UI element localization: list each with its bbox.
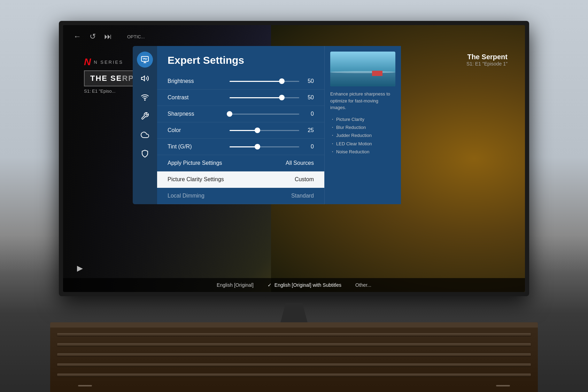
- show-episode-top: S1: E1 "Episode 1": [466, 61, 508, 67]
- cabinet-handle-right: [496, 385, 510, 386]
- cabinet-slat-4: [57, 363, 531, 366]
- subtitle-option-3[interactable]: Other...: [355, 282, 371, 288]
- cabinet-slat-2: [57, 343, 531, 346]
- netflix-series-label: N SERIES: [94, 60, 123, 65]
- sidebar-item-shield[interactable]: [137, 146, 153, 162]
- contrast-label: Contrast: [168, 94, 188, 101]
- contrast-slider-track[interactable]: [230, 97, 299, 98]
- apply-picture-settings[interactable]: Apply Picture Settings All Sources: [157, 155, 324, 171]
- brightness-slider-track[interactable]: [230, 81, 299, 82]
- preview-ship: [372, 71, 382, 76]
- sidebar-item-cloud[interactable]: [137, 127, 153, 143]
- tint-slider-fill: [230, 146, 257, 147]
- subtitle-bar: English [Original] ✓ English [Original] …: [63, 278, 525, 292]
- sidebar-item-tools[interactable]: [137, 108, 153, 124]
- tint-slider-thumb[interactable]: [255, 144, 260, 149]
- sharpness-label: Sharpness: [168, 111, 194, 117]
- sidebar-item-sound[interactable]: [137, 70, 153, 86]
- skip-button[interactable]: ⏭: [104, 32, 112, 41]
- sharpness-slider-track[interactable]: [230, 114, 299, 115]
- options-label: OPTIC...: [127, 34, 145, 39]
- playback-controls: ← ↺ ⏭ OPTIC...: [74, 32, 145, 41]
- settings-title: Expert Settings: [157, 46, 324, 73]
- local-dimming-label: Local Dimming: [168, 193, 204, 199]
- tint-value: 0: [303, 144, 314, 150]
- cabinet-slat-3: [57, 353, 531, 356]
- brightness-slider-thumb[interactable]: [279, 78, 285, 84]
- color-slider-container: 25: [181, 127, 314, 133]
- cabinet-slat-5: [57, 374, 531, 376]
- picture-clarity-value: Custom: [295, 176, 314, 183]
- sharpness-slider-container: 0: [194, 111, 314, 117]
- picture-clarity-settings[interactable]: Picture Clarity Settings Custom: [157, 171, 324, 188]
- info-preview-image: [330, 52, 395, 86]
- tv-cabinet: [50, 322, 538, 392]
- contrast-setting[interactable]: Contrast 50: [157, 90, 324, 106]
- cabinet-handles: [57, 385, 531, 386]
- color-slider-track[interactable]: [230, 130, 299, 131]
- local-dimming-value: Standard: [291, 193, 314, 199]
- color-setting[interactable]: Color 25: [157, 122, 324, 139]
- tint-slider-container: 0: [192, 144, 314, 150]
- info-description: Enhance picture sharpness to optimize fo…: [330, 91, 395, 111]
- brightness-slider-fill: [230, 81, 282, 82]
- feature-item-5: ・Noise Reduction: [330, 148, 395, 156]
- feature-item-4: ・LED Clear Motion: [330, 140, 395, 148]
- cabinet-top: [50, 322, 538, 328]
- color-value: 25: [303, 127, 314, 133]
- preview-water: [330, 72, 395, 86]
- color-slider-thumb[interactable]: [255, 128, 260, 133]
- sharpness-setting[interactable]: Sharpness 0: [157, 106, 324, 122]
- svg-point-2: [145, 100, 145, 100]
- subtitle-option-2-text: English [Original] with Subtitles: [274, 282, 341, 288]
- tint-label: Tint (G/R): [168, 144, 192, 150]
- brightness-slider-container: 50: [194, 78, 314, 84]
- tint-slider-track[interactable]: [230, 146, 299, 147]
- preview-wave: [330, 71, 395, 73]
- contrast-slider-thumb[interactable]: [279, 95, 285, 100]
- tint-setting[interactable]: Tint (G/R) 0: [157, 139, 324, 155]
- sidebar-item-picture[interactable]: [137, 52, 153, 68]
- contrast-slider-fill: [230, 97, 282, 98]
- show-info-top-right: The Serpent S1: E1 "Episode 1": [466, 53, 508, 67]
- room-background: N N SERIES THE SERPENT S1: E1 "Episo... …: [0, 0, 588, 392]
- play-button[interactable]: ▶: [77, 264, 83, 273]
- settings-main-panel: Expert Settings Brightness 50: [157, 46, 324, 204]
- picture-clarity-label: Picture Clarity Settings: [168, 176, 224, 183]
- settings-list: Brightness 50 Contrast: [157, 73, 324, 204]
- subtitle-option-2[interactable]: ✓ English [Original] with Subtitles: [268, 282, 341, 288]
- feature-item-1: ・Picture Clarity: [330, 115, 395, 123]
- brightness-label: Brightness: [168, 78, 194, 84]
- local-dimming-setting[interactable]: Local Dimming Standard: [157, 188, 324, 204]
- cabinet-slats: [50, 328, 538, 392]
- netflix-n-icon: N: [84, 56, 91, 68]
- back-button[interactable]: ←: [74, 32, 81, 41]
- subtitle-option-1[interactable]: English [Original]: [217, 282, 254, 288]
- cabinet-slat-1: [57, 333, 531, 336]
- subtitle-check-icon: ✓: [268, 282, 272, 288]
- contrast-value: 50: [303, 94, 314, 101]
- settings-sidebar: [133, 46, 157, 204]
- svg-marker-1: [141, 76, 145, 81]
- sidebar-item-broadcast[interactable]: [137, 89, 153, 105]
- feature-item-2: ・Blur Reduction: [330, 123, 395, 131]
- svg-rect-0: [141, 56, 148, 61]
- contrast-slider-container: 50: [188, 94, 314, 101]
- replay-button[interactable]: ↺: [90, 32, 96, 41]
- tv-screen: N N SERIES THE SERPENT S1: E1 "Episo... …: [63, 25, 525, 292]
- feature-item-3: ・Judder Reduction: [330, 131, 395, 139]
- sharpness-slider-thumb[interactable]: [227, 111, 232, 117]
- settings-info-panel: Enhance picture sharpness to optimize fo…: [324, 46, 401, 204]
- settings-panel: Expert Settings Brightness 50: [133, 46, 401, 204]
- color-slider-fill: [230, 130, 257, 131]
- apply-picture-value: All Sources: [286, 160, 314, 166]
- info-features: ・Picture Clarity ・Blur Reduction ・Judder…: [330, 115, 395, 156]
- brightness-value: 50: [303, 78, 314, 84]
- sharpness-value: 0: [303, 111, 314, 117]
- tv-stand: [280, 303, 308, 324]
- tv-frame: N N SERIES THE SERPENT S1: E1 "Episo... …: [59, 21, 529, 296]
- show-name-top: The Serpent: [466, 53, 508, 61]
- color-label: Color: [168, 127, 181, 133]
- brightness-setting[interactable]: Brightness 50: [157, 73, 324, 90]
- apply-picture-label: Apply Picture Settings: [168, 160, 222, 166]
